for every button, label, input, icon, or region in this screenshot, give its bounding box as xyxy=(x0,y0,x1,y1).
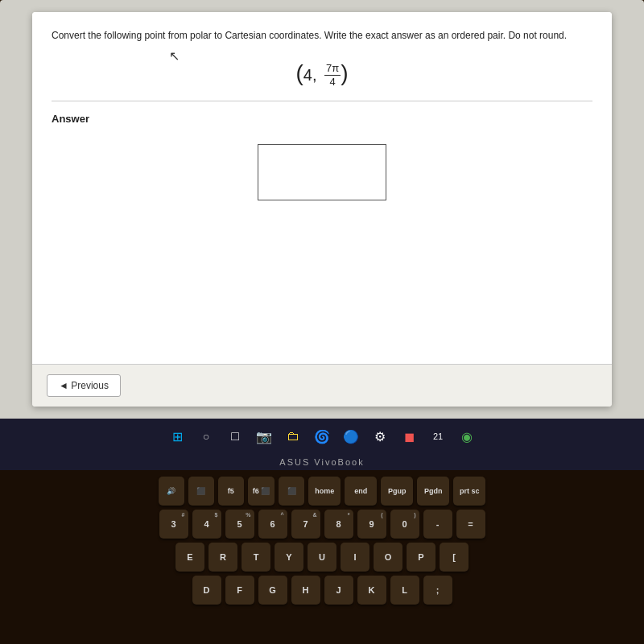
key-r[interactable]: R xyxy=(208,543,237,572)
key-8[interactable]: *8 xyxy=(324,510,353,539)
brand-label: ASUS VivoBook xyxy=(279,457,364,467)
fraction-denominator: 4 xyxy=(328,76,337,89)
key-3[interactable]: #3 xyxy=(159,510,188,539)
key-g[interactable]: G xyxy=(258,576,287,605)
key-7[interactable]: &7 xyxy=(291,510,320,539)
key-l-bracket[interactable]: [ xyxy=(440,543,469,572)
key-k[interactable]: K xyxy=(357,576,386,605)
camera-icon[interactable]: 📷 xyxy=(254,426,275,447)
badge-icon[interactable]: 21 xyxy=(427,426,448,447)
windows-icon[interactable]: ⊞ xyxy=(167,426,188,447)
key-minus[interactable]: - xyxy=(423,510,452,539)
key-pgup[interactable]: Pgup xyxy=(381,477,413,506)
screen-content: Convert the following point from polar t… xyxy=(32,12,612,407)
search-icon[interactable]: ○ xyxy=(196,426,217,447)
content-area: Convert the following point from polar t… xyxy=(32,12,612,364)
question-text: Convert the following point from polar t… xyxy=(52,28,592,43)
key-end[interactable]: end xyxy=(345,477,377,506)
math-value1: 4, xyxy=(303,66,321,85)
key-t[interactable]: T xyxy=(242,543,270,572)
key-p[interactable]: P xyxy=(407,543,436,572)
keyboard-row-fn: 🔊 ⬛ f5 f6 ⬛ ⬛ home end Pgup Pgdn prt sc xyxy=(159,477,486,506)
folder-icon[interactable]: 🗀 xyxy=(283,426,303,447)
previous-button[interactable]: ◄ Previous xyxy=(47,374,121,397)
keyboard-area: 🔊 ⬛ f5 f6 ⬛ ⬛ home end Pgup Pgdn prt sc … xyxy=(0,470,644,644)
close-paren: ) xyxy=(341,62,348,88)
key-o[interactable]: O xyxy=(374,543,402,572)
key-f3[interactable]: ⬛ xyxy=(188,477,214,506)
key-5[interactable]: %5 xyxy=(225,510,254,539)
key-4[interactable]: $4 xyxy=(192,510,221,539)
key-j[interactable]: J xyxy=(324,576,353,605)
keyboard-row-mid: D F G H J K L ; xyxy=(192,576,452,605)
taskbar: ⊞ ○ □ 📷 🗀 🌀 🔵 ⚙ ◼ 21 ◉ xyxy=(0,419,644,454)
laptop-screen: Convert the following point from polar t… xyxy=(0,0,644,419)
key-pgdn[interactable]: Pgdn xyxy=(417,477,449,506)
key-equals[interactable]: = xyxy=(456,510,485,539)
divider xyxy=(52,101,592,101)
key-vol-down[interactable]: 🔊 xyxy=(159,477,184,506)
math-expression: ↖ ( 4, 7π 4 ) xyxy=(52,62,592,88)
key-semicolon[interactable]: ; xyxy=(423,576,452,605)
desktop-icon[interactable]: □ xyxy=(225,426,246,447)
key-f5[interactable]: f5 xyxy=(218,477,244,506)
brand-bar: ASUS VivoBook xyxy=(0,454,644,470)
key-prtsc[interactable]: prt sc xyxy=(453,477,485,506)
answer-input-area xyxy=(52,144,592,200)
nav-bar: ◄ Previous xyxy=(32,364,612,407)
key-y[interactable]: Y xyxy=(275,543,303,572)
key-h[interactable]: H xyxy=(291,576,320,605)
key-f6[interactable]: f6 ⬛ xyxy=(248,477,275,506)
edge-icon[interactable]: 🌀 xyxy=(312,426,332,447)
key-6[interactable]: ^6 xyxy=(258,510,287,539)
fraction-numerator: 7π xyxy=(324,62,341,76)
office-icon[interactable]: ◼ xyxy=(398,426,419,447)
keyboard-row-top: E R T Y U I O P [ xyxy=(175,543,469,572)
key-e[interactable]: E xyxy=(175,543,204,572)
key-i[interactable]: I xyxy=(341,543,369,572)
answer-box[interactable] xyxy=(258,144,386,200)
key-d[interactable]: D xyxy=(192,576,221,605)
math-fraction: 7π 4 xyxy=(324,62,341,88)
answer-label: Answer xyxy=(52,113,592,125)
steam-icon[interactable]: ⚙ xyxy=(369,426,390,447)
key-f7[interactable]: ⬛ xyxy=(279,477,304,506)
key-9[interactable]: (9 xyxy=(357,510,386,539)
key-f[interactable]: F xyxy=(225,576,254,605)
cursor: ↖ xyxy=(169,48,180,64)
key-u[interactable]: U xyxy=(308,543,336,572)
keyboard-row-numbers: #3 $4 %5 ^6 &7 *8 (9 )0 - = xyxy=(159,510,485,539)
key-0[interactable]: )0 xyxy=(390,510,419,539)
chrome-icon[interactable]: ◉ xyxy=(456,426,477,447)
math-content: 4, 7π 4 xyxy=(303,62,341,88)
key-l[interactable]: L xyxy=(390,576,419,605)
browser-icon[interactable]: 🔵 xyxy=(341,426,361,447)
open-paren: ( xyxy=(295,62,303,88)
key-home[interactable]: home xyxy=(308,477,341,506)
